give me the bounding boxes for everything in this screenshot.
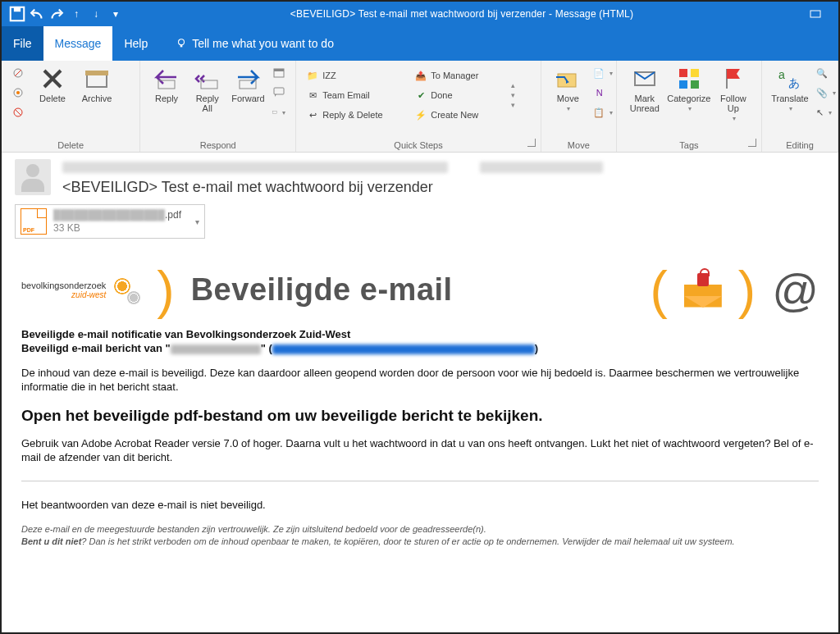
group-move-label: Move <box>548 139 609 150</box>
svg-line-6 <box>15 70 21 76</box>
menu-message[interactable]: Message <box>43 26 113 61</box>
svg-rect-19 <box>274 69 284 71</box>
heading-open-pdf: Open het beveiligde pdf-bestand om uw be… <box>21 407 819 425</box>
svg-point-8 <box>16 91 20 94</box>
window-box-icon[interactable] <box>799 5 832 23</box>
subject: <BEVEILIGD> Test e-mail met wachtwoord b… <box>62 179 825 196</box>
svg-rect-21 <box>273 112 277 114</box>
more-icon <box>272 106 277 119</box>
paren-left2-icon: ( <box>651 270 668 311</box>
check-icon: ✔ <box>414 89 427 102</box>
reply-all-icon <box>194 66 221 92</box>
svg-line-10 <box>15 109 21 116</box>
disclaimer-2: Bent u dit niet? Dan is het strikt verbo… <box>21 536 819 548</box>
quicksteps-dialog-launcher[interactable] <box>527 139 536 147</box>
block-icon <box>11 106 25 119</box>
mark-unread-icon <box>632 66 658 92</box>
at-icon: @ <box>772 263 819 317</box>
im-icon <box>272 86 285 99</box>
qs-to-manager[interactable]: 📤To Manager <box>411 66 509 84</box>
svg-rect-4 <box>180 45 183 48</box>
para-1: De inhoud van deze e-mail is beveiligd. … <box>21 366 819 394</box>
find-icon: 🔍 <box>816 66 828 80</box>
svg-rect-20 <box>274 88 284 94</box>
reply-label: Reply <box>155 94 178 103</box>
qs-up[interactable]: ▴ <box>511 81 526 89</box>
group-quicksteps-label: Quick Steps <box>303 139 534 150</box>
forward-button[interactable]: Forward <box>229 64 268 103</box>
mail-icon: ✉ <box>306 89 319 102</box>
svg-rect-13 <box>87 74 107 87</box>
related-icon: 📎 <box>816 86 828 99</box>
find-button[interactable]: 🔍 <box>813 64 831 82</box>
window-title: <BEVEILIGD> Test e-mail met wachtwoord b… <box>125 8 799 20</box>
qs-done[interactable]: ✔Done <box>411 86 509 104</box>
paren-right-icon: ) <box>738 270 756 311</box>
delete-icon <box>39 66 66 92</box>
up-button[interactable]: ↑ <box>67 5 85 23</box>
message-body: bevolkingsonderzoekzuid-west ) Beveiligd… <box>2 247 838 632</box>
qs-team-email[interactable]: ✉Team Email <box>303 86 409 104</box>
lock-mail-icon <box>684 273 722 308</box>
block-button[interactable] <box>8 103 30 121</box>
reply-delete-icon: ↩ <box>306 108 319 121</box>
save-button[interactable] <box>8 5 26 23</box>
categorize-label: Categorize <box>667 94 710 103</box>
rules-button[interactable]: 📄 <box>590 64 609 82</box>
attachment-size: 33 KB <box>53 222 181 234</box>
down-button[interactable]: ↓ <box>87 5 105 23</box>
more-respond-button[interactable] <box>269 103 289 121</box>
tags-dialog-launcher[interactable] <box>748 139 756 147</box>
archive-button[interactable]: Archive <box>75 64 118 103</box>
related-button[interactable]: 📎 <box>813 84 831 102</box>
junk-button[interactable] <box>8 84 30 102</box>
svg-text:a: a <box>778 68 785 81</box>
undo-button[interactable] <box>28 5 46 23</box>
sender-line <box>62 159 825 174</box>
qs-more[interactable]: ▾ <box>511 101 526 109</box>
attachment[interactable]: ████████████████.pdf 33 KB ▾ <box>15 204 205 239</box>
menu-help[interactable]: Help <box>112 26 159 61</box>
flag-icon <box>720 66 746 92</box>
svg-rect-24 <box>679 69 687 77</box>
group-tags-label: Tags <box>623 139 755 150</box>
para-2: Gebruik van Adobe Acrobat Reader versie … <box>21 436 819 464</box>
translate-button[interactable]: aあ Translate <box>769 64 811 112</box>
disclaimer-1: Deze e-mail en de meegestuurde bestanden… <box>21 523 819 536</box>
archive-label: Archive <box>82 94 112 103</box>
qs-izz[interactable]: 📁IZZ <box>303 66 409 84</box>
reply-button[interactable]: Reply <box>147 64 186 103</box>
move-label: Move <box>557 94 579 103</box>
follow-up-button[interactable]: Follow Up <box>712 64 755 122</box>
notif-line1: Beveiligde e-mail notificatie van Bevolk… <box>21 328 819 340</box>
tell-me-search[interactable]: Tell me what you want to do <box>164 26 345 61</box>
meeting-button[interactable] <box>269 64 289 82</box>
mark-unread-button[interactable]: Mark Unread <box>623 64 666 113</box>
qs-create-new[interactable]: ⚡Create New <box>411 106 509 124</box>
attachment-dropdown[interactable]: ▾ <box>195 217 199 226</box>
select-button[interactable]: ↖ <box>813 103 831 121</box>
reply-all-label: Reply All <box>196 94 219 113</box>
translate-icon: aあ <box>777 66 803 92</box>
reply-all-button[interactable]: Reply All <box>188 64 227 113</box>
svg-point-3 <box>179 39 185 45</box>
move-folder-icon <box>555 66 581 92</box>
svg-text:あ: あ <box>788 76 800 89</box>
delete-button[interactable]: Delete <box>31 64 74 103</box>
im-button[interactable] <box>269 84 289 102</box>
redo-button[interactable] <box>48 5 66 23</box>
menu-file[interactable]: File <box>2 26 43 61</box>
ignore-button[interactable] <box>8 64 30 82</box>
notif-line2: Beveiligd e-mail bericht van "" () <box>21 342 819 354</box>
onenote-button[interactable]: N <box>590 84 609 102</box>
move-button[interactable]: Move <box>548 64 588 112</box>
banner-title: Beveiligde e-mail <box>191 272 453 308</box>
group-delete-label: Delete <box>8 139 133 150</box>
actions-button[interactable]: 📋 <box>590 103 609 121</box>
translate-label: Translate <box>771 94 808 103</box>
qs-reply-delete[interactable]: ↩Reply & Delete <box>303 106 409 124</box>
qat-customize-button[interactable]: ▾ <box>107 5 125 23</box>
qs-down[interactable]: ▾ <box>511 91 526 99</box>
pdf-icon <box>21 208 47 235</box>
categorize-button[interactable]: Categorize <box>668 64 710 112</box>
